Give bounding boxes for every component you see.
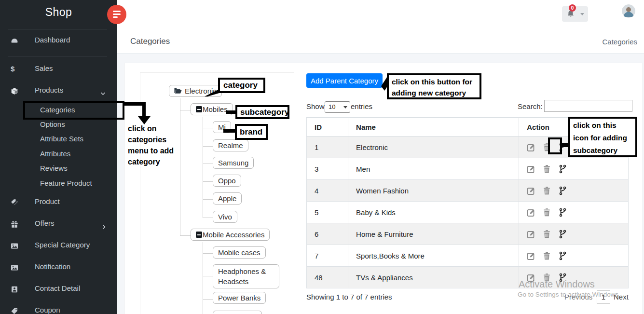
tree-node-label: Mobiles [203, 105, 228, 113]
tree-node-label: Oppo [218, 177, 236, 185]
sidebar-item-label: Attribute Sets [40, 133, 83, 145]
sidebar-item-feature-product[interactable]: Feature Product [0, 177, 117, 190]
tree-node-power-banks[interactable]: Power Banks [213, 292, 266, 304]
sidebar-item-label: Special Category [35, 239, 90, 251]
brand-title[interactable]: Shop [0, 6, 117, 19]
annotation-box-add-button: click on this button for adding new cate… [387, 73, 481, 99]
sidebar-item-offers[interactable]: Offers [0, 217, 117, 230]
edit-icon[interactable] [527, 164, 536, 174]
tree-connector [203, 181, 213, 182]
delete-icon[interactable] [542, 230, 551, 239]
search-label: Search: [518, 102, 543, 110]
table-row: 7 Sports,Books & More [307, 245, 629, 267]
sidebar-item-attributes[interactable]: Attributes [0, 148, 117, 160]
annotation-box-brand: brand [235, 124, 268, 140]
tree-connector [203, 146, 213, 147]
category-id-cell: 5 [307, 202, 348, 223]
column-header-name[interactable]: Name [348, 118, 519, 137]
category-name-cell: TVs & Appliances [348, 267, 519, 288]
tree-connector [203, 218, 213, 218]
category-table-body: 1 Electronic 3 Men 4 Women Fashion 5 Bab… [307, 137, 629, 288]
sidebar-item-contact-detail[interactable]: Contact Detail [0, 282, 117, 295]
tree-node-apple[interactable]: Apple [213, 192, 242, 205]
edit-icon[interactable] [527, 208, 536, 217]
delete-icon[interactable] [542, 186, 551, 195]
sidebar-item-reviews[interactable]: Reviews [0, 162, 117, 175]
category-id-cell: 3 [307, 158, 348, 180]
category-action-cell [519, 245, 629, 267]
tree-connector [203, 253, 213, 254]
minus-square-icon[interactable] [196, 106, 202, 112]
add-subcategory-icon[interactable] [558, 230, 567, 239]
delete-icon[interactable] [542, 164, 551, 174]
delete-icon[interactable] [542, 273, 551, 282]
edit-icon[interactable] [527, 143, 536, 152]
sidebar-item-special-category[interactable]: Special Category [0, 239, 117, 251]
add-subcategory-icon[interactable] [558, 164, 567, 174]
edit-icon[interactable] [527, 230, 536, 239]
add-subcategory-icon[interactable] [558, 273, 567, 282]
tree-node-oppo[interactable]: Oppo [213, 175, 241, 187]
tag-icon [11, 306, 18, 314]
breadcrumb[interactable]: Categories [602, 38, 637, 46]
add-subcategory-icon[interactable] [558, 208, 567, 217]
sidebar-item-label: Coupon [35, 304, 60, 314]
image-icon [11, 241, 18, 249]
minus-square-icon[interactable] [196, 232, 202, 238]
pagination-next[interactable]: Next [614, 293, 629, 301]
pagination-page-1[interactable]: 1 [597, 290, 610, 304]
sidebar-item-products[interactable]: Products [0, 84, 117, 96]
page-header: Categories Categories [117, 29, 644, 54]
tree-node-mobile-accessories[interactable]: Mobile Accessories [191, 229, 270, 241]
tree-node-samsung[interactable]: Samsung [213, 157, 254, 169]
sidebar-item-coupon[interactable]: Coupon [0, 304, 117, 314]
tree-node-partial[interactable] [213, 311, 262, 314]
sidebar-item-options[interactable]: Options [0, 118, 117, 131]
sidebar-item-dashboard[interactable]: Dashboard [0, 34, 117, 46]
sidebar-item-attribute-sets[interactable]: Attribute Sets [0, 133, 117, 145]
sidebar-item-sales[interactable]: $ Sales [0, 62, 117, 75]
tree-node-label: Realme [218, 141, 243, 150]
tree-node-mobile-cases[interactable]: Mobile cases [213, 246, 266, 259]
search-input[interactable] [544, 100, 632, 112]
add-subcategory-icon[interactable] [558, 186, 567, 195]
show-label: Show [306, 102, 325, 110]
tree-node-realme[interactable]: Realme [213, 139, 248, 151]
pagination-previous[interactable]: Previous [564, 293, 592, 301]
tree-node-label: Mobile Accessories [203, 231, 264, 239]
folder-open-icon [174, 88, 182, 94]
category-action-cell [519, 223, 629, 245]
sidebar-item-label: Dashboard [35, 34, 70, 46]
tree-node-electronic[interactable]: Electronic [169, 85, 222, 97]
sidebar-item-label: Attributes [40, 148, 70, 160]
edit-icon[interactable] [527, 186, 536, 195]
sidebar-item-label: Options [40, 118, 65, 131]
tree-node-vivo[interactable]: Vivo [213, 211, 237, 223]
image-icon [11, 263, 18, 271]
category-action-cell [519, 158, 629, 180]
sidebar-item-notification[interactable]: Notification [0, 260, 117, 273]
notification-badge: 0 [569, 4, 576, 12]
add-subcategory-icon[interactable] [558, 251, 567, 260]
table-row: 5 Baby & Kids [307, 202, 629, 223]
column-header-id[interactable]: ID [307, 118, 348, 137]
notifications-button[interactable]: 0 [562, 6, 588, 22]
user-avatar[interactable] [622, 4, 635, 18]
annotation-box-subcategory: subcategory [235, 105, 289, 119]
add-parent-category-button[interactable]: Add Parent Category [306, 73, 383, 88]
list-icon [113, 16, 118, 18]
table-row: 3 Men [307, 158, 629, 180]
annotation-box-add-subcategory: click on this icon for adding subcategor… [568, 117, 637, 157]
dollar-icon: $ [11, 63, 18, 70]
tree-node-headphones[interactable]: Headphones & Headsets [213, 264, 279, 288]
edit-icon[interactable] [527, 273, 536, 282]
sidebar-toggle-button[interactable] [107, 5, 126, 24]
delete-icon[interactable] [542, 208, 551, 217]
sidebar-item-product[interactable]: Product [0, 195, 117, 208]
page-size-select[interactable]: 10 [325, 101, 350, 113]
delete-icon[interactable] [542, 251, 551, 260]
edit-icon[interactable] [527, 251, 536, 260]
category-id-cell: 7 [307, 245, 348, 267]
chevron-down-icon [100, 88, 106, 93]
sidebar-item-label: Notification [35, 260, 70, 273]
